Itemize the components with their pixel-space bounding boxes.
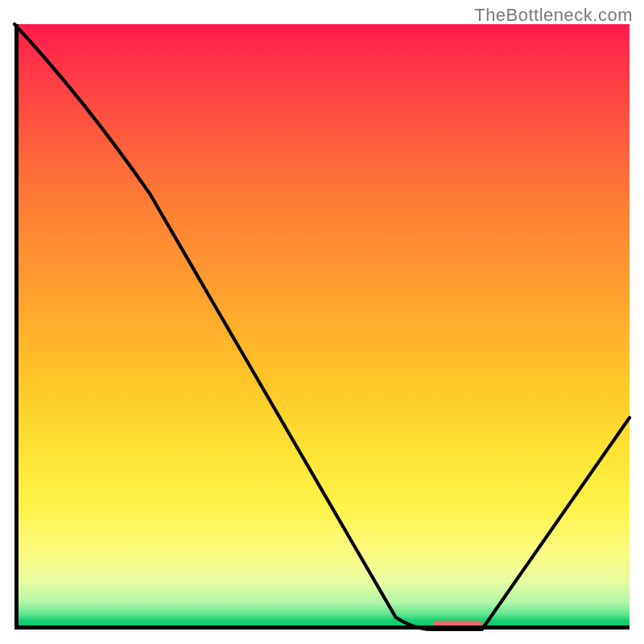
bottleneck-curve [14, 24, 630, 630]
watermark-text: TheBottleneck.com [474, 5, 633, 26]
plot-area [14, 24, 630, 630]
chart-frame: TheBottleneck.com [0, 0, 644, 644]
optimal-range-marker [433, 621, 482, 629]
